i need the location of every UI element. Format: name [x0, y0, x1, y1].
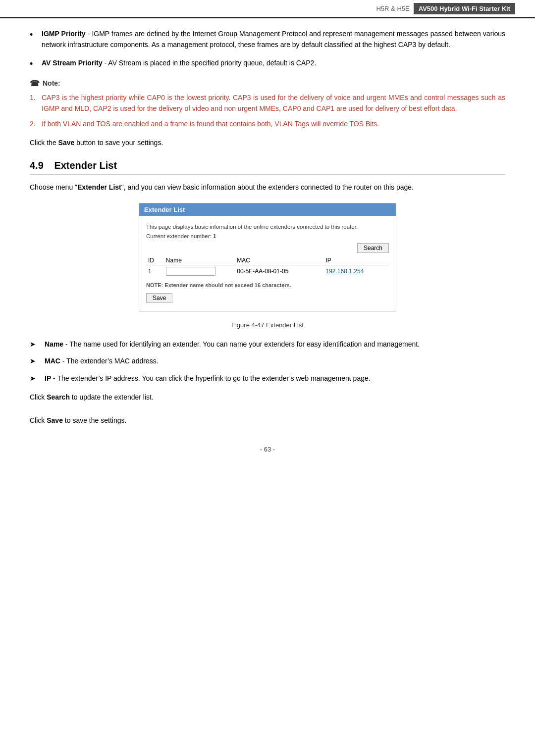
col-header-ip: IP	[324, 256, 389, 265]
name-input[interactable]	[166, 267, 215, 276]
save-bold-1: Save	[58, 139, 75, 147]
col-header-id: ID	[146, 256, 164, 265]
col-header-name: Name	[164, 256, 235, 265]
cell-mac: 00-5E-AA-08-01-05	[235, 265, 323, 277]
search-bold: Search	[47, 393, 70, 401]
desc-term-name: Name	[45, 340, 63, 348]
bullet-item-av: • AV Stream Priority - AV Stream is plac…	[30, 57, 505, 71]
widget-title-bar: Extender List	[139, 203, 396, 216]
desc-text-name: - The name used for identifying an exten…	[63, 340, 420, 348]
section-heading: 4.9 Extender List	[30, 160, 505, 175]
arrow-text-mac: MAC - The extender’s MAC address.	[45, 355, 505, 366]
bullet-text-av: AV Stream Priority - AV Stream is placed…	[42, 57, 505, 71]
note-label-text: Note:	[43, 79, 60, 87]
table-header-row: ID Name MAC IP	[146, 256, 389, 265]
note-section: ☎ Note: 1. CAP3 is the highest priority …	[30, 79, 505, 129]
av-desc: - AV Stream is placed in the specified p…	[103, 59, 317, 67]
arrow-text-name: Name - The name used for identifying an …	[45, 339, 505, 350]
cell-id: 1	[146, 265, 164, 277]
desc-text-mac: - The extender’s MAC address.	[60, 357, 159, 365]
search-instruction: Click Search to update the extender list…	[30, 392, 505, 403]
extender-list-widget: Extender List This page displays basic i…	[139, 203, 396, 311]
bullet-dot-2: •	[30, 57, 42, 71]
header-bar: H5R & H5E AV500 Hybrid Wi-Fi Starter Kit	[0, 0, 535, 18]
figure-caption: Figure 4-47 Extender List	[30, 321, 505, 329]
arrow-item-ip: ➤ IP - The extender’s IP address. You ca…	[30, 373, 505, 384]
table-row: 1 00-5E-AA-08-01-05 192.168.1.254	[146, 265, 389, 277]
table-header: ID Name MAC IP	[146, 256, 389, 265]
desc-term-ip: IP	[45, 374, 51, 382]
save-bold-2: Save	[47, 416, 63, 424]
arrow-sym-2: ➤	[30, 355, 45, 366]
extender-count-value: 1	[213, 233, 216, 239]
note-text-2: If both VLAN and TOS are enabled and a f…	[42, 118, 379, 129]
widget-save-button[interactable]: Save	[146, 293, 172, 303]
widget-search-row: Search	[146, 243, 389, 253]
page-footer: - 63 -	[0, 446, 535, 463]
intro-para: Choose menu "Extender List", and you can…	[30, 182, 505, 193]
note-num-2: 2.	[30, 118, 42, 129]
extender-list-bold: Extender List	[77, 183, 121, 191]
header-right: AV500 Hybrid Wi-Fi Starter Kit	[414, 3, 515, 14]
section-number: 4.9	[30, 160, 44, 171]
note-item-2: 2. If both VLAN and TOS are enabled and …	[30, 118, 505, 129]
widget-note: NOTE: Extender name should not exceed 16…	[146, 282, 389, 288]
extender-table: ID Name MAC IP 1	[146, 256, 389, 277]
main-content: • IGMP Priority - IGMP frames are define…	[0, 28, 535, 426]
desc-term-mac: MAC	[45, 357, 60, 365]
arrow-sym-3: ➤	[30, 373, 45, 384]
note-num-1: 1.	[30, 92, 42, 114]
header-left: H5R & H5E	[20, 5, 414, 12]
igmp-term: IGMP Priority	[42, 30, 86, 38]
search-button[interactable]: Search	[357, 243, 389, 253]
table-body: 1 00-5E-AA-08-01-05 192.168.1.254	[146, 265, 389, 277]
cell-name	[164, 265, 235, 277]
arrow-sym-1: ➤	[30, 339, 45, 350]
ip-link[interactable]: 192.168.1.254	[326, 268, 364, 275]
widget-extender-count: Current extender number: 1	[146, 233, 389, 239]
note-list: 1. CAP3 is the highest priority while CA…	[30, 92, 505, 129]
igmp-desc: - IGMP frames are defined by the Interne…	[42, 30, 505, 49]
cell-ip: 192.168.1.254	[324, 265, 389, 277]
note-icon: ☎	[30, 79, 40, 88]
arrow-item-mac: ➤ MAC - The extender’s MAC address.	[30, 355, 505, 366]
desc-text-ip: - The extender’s IP address. You can cli…	[51, 374, 370, 382]
widget-container: Extender List This page displays basic i…	[30, 203, 505, 311]
widget-body: This page displays basic infomation of t…	[139, 216, 396, 311]
bullet-dot-1: •	[30, 28, 42, 50]
page-container: H5R & H5E AV500 Hybrid Wi-Fi Starter Kit…	[0, 0, 535, 756]
widget-note-prefix: NOTE:	[146, 282, 164, 288]
col-header-mac: MAC	[235, 256, 323, 265]
note-text-1: CAP3 is the highest priority while CAP0 …	[42, 92, 505, 114]
save-instruction-1: Click the Save button to save your setti…	[30, 137, 505, 148]
note-label-row: ☎ Note:	[30, 79, 505, 88]
widget-description: This page displays basic infomation of t…	[146, 223, 389, 231]
av-term: AV Stream Priority	[42, 59, 103, 67]
extender-count-label: Current extender number:	[146, 233, 212, 239]
section-title: Extender List	[54, 160, 117, 171]
arrow-text-ip: IP - The extender’s IP address. You can …	[45, 373, 505, 384]
note-item-1: 1. CAP3 is the highest priority while CA…	[30, 92, 505, 114]
bullet-text-igmp: IGMP Priority - IGMP frames are defined …	[42, 28, 505, 50]
bullet-item-igmp: • IGMP Priority - IGMP frames are define…	[30, 28, 505, 50]
arrow-item-name: ➤ Name - The name used for identifying a…	[30, 339, 505, 350]
page-number: - 63 -	[260, 446, 275, 453]
widget-note-text: Extender name should not exceed 16 chara…	[164, 282, 291, 288]
save-instruction-2: Click Save to save the settings.	[30, 415, 505, 426]
